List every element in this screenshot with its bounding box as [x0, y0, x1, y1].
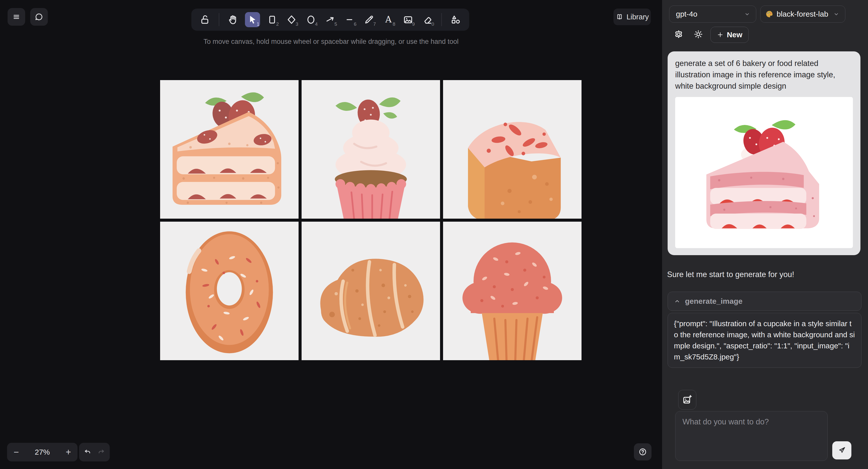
new-chat-label: New [727, 30, 742, 39]
generated-image-croissant[interactable] [302, 222, 440, 360]
plus-icon [717, 31, 724, 38]
tool-shortcut: 0 [432, 21, 434, 27]
chat-toggle-button[interactable] [30, 8, 48, 26]
croissant-illustration [302, 222, 440, 360]
chevron-down-icon [744, 11, 750, 18]
image-model-value: black-forest-lab [777, 10, 828, 19]
generated-image-donut[interactable] [160, 222, 299, 360]
tool-arrow[interactable]: 5 [323, 12, 338, 27]
text-model-value: gpt-4o [676, 10, 697, 19]
generated-image-cake-slice[interactable] [160, 80, 299, 218]
sun-icon [693, 29, 703, 39]
tool-shortcut: 2 [276, 21, 279, 27]
toolbar-divider [441, 13, 442, 26]
user-message-bubble: generate a set of 6 bakery or food relat… [668, 51, 861, 255]
hand-icon [227, 14, 239, 25]
chat-panel: gpt-4o black-forest-lab New [662, 0, 868, 469]
tool-ellipse[interactable]: 4 [303, 12, 318, 27]
composer-input[interactable] [675, 411, 828, 461]
question-icon [638, 447, 648, 457]
generated-image-muffin[interactable] [443, 222, 582, 360]
zoom-in-button[interactable]: + [66, 448, 71, 457]
tool-shortcut: 6 [354, 21, 357, 27]
zoom-controls: − 27% + [7, 443, 78, 462]
tool-hand[interactable] [225, 12, 241, 27]
image-plus-icon [682, 394, 692, 405]
strawberry-cake-reference-illustration [693, 102, 835, 243]
tool-shortcut: 5 [334, 21, 337, 27]
theme-toggle-button[interactable] [691, 27, 705, 41]
undo-button[interactable] [83, 448, 92, 457]
generated-image-cupcake[interactable] [302, 80, 440, 218]
library-label: Library [627, 13, 649, 21]
svg-text:A: A [385, 14, 392, 24]
tool-shapes[interactable] [448, 12, 463, 27]
tool-palette: 1 2 3 4 5 6 7 A 8 [191, 8, 469, 31]
shapes-icon [450, 14, 461, 25]
redo-button[interactable] [97, 448, 106, 457]
tool-image[interactable]: 9 [401, 12, 415, 27]
strawberry-cake-slice-illustration [160, 80, 299, 218]
attach-image-button[interactable] [678, 390, 696, 410]
settings-button[interactable] [672, 27, 686, 41]
image-model-select[interactable]: black-forest-lab [760, 5, 845, 23]
tool-call-arguments: {"prompt": "Illustration of a cupcake in… [668, 313, 862, 368]
generated-image-loaf-cake[interactable] [443, 80, 582, 218]
tool-shortcut: 4 [315, 21, 318, 27]
tool-call-name: generate_image [685, 297, 742, 305]
tool-shortcut: 7 [373, 21, 376, 27]
tool-lock[interactable] [197, 12, 213, 27]
generated-image-grid [160, 80, 582, 360]
zoom-level: 27% [19, 448, 66, 457]
loaf-cake-illustration [443, 80, 582, 218]
tool-select[interactable]: 1 [245, 12, 260, 27]
assistant-message-text: Sure let me start to generate for you! [667, 270, 794, 279]
reference-image[interactable] [675, 97, 853, 248]
tool-rectangle[interactable]: 2 [265, 12, 280, 27]
new-chat-button[interactable]: New [710, 27, 749, 43]
text-model-select[interactable]: gpt-4o [669, 5, 756, 23]
chat-bubble-icon [34, 12, 44, 22]
canvas-area[interactable]: 1 2 3 4 5 6 7 A 8 [0, 0, 662, 469]
library-button[interactable]: Library [614, 8, 651, 25]
toolbar-divider [219, 13, 219, 26]
tool-shortcut: 1 [257, 21, 259, 27]
user-message-text: generate a set of 6 bakery or food relat… [675, 58, 853, 92]
palette-icon [765, 10, 774, 19]
zoom-out-button[interactable]: − [13, 448, 19, 457]
tool-shortcut: 9 [412, 21, 415, 27]
history-controls [79, 443, 110, 462]
tool-text[interactable]: A 8 [381, 12, 396, 27]
strawberry-cupcake-illustration [302, 80, 440, 218]
tool-shortcut: 3 [296, 21, 298, 27]
send-button[interactable] [832, 441, 851, 460]
donut-illustration [160, 222, 299, 360]
tool-shortcut: 8 [393, 21, 396, 27]
gear-icon [674, 29, 684, 39]
main-menu-button[interactable] [7, 8, 25, 26]
tool-line[interactable]: 6 [342, 12, 357, 27]
send-icon [837, 446, 846, 455]
muffin-illustration [443, 222, 582, 360]
hamburger-icon [11, 12, 21, 22]
chevron-down-icon [833, 11, 840, 18]
help-button[interactable] [634, 443, 651, 461]
book-icon [616, 13, 624, 21]
tool-diamond[interactable]: 3 [284, 12, 299, 27]
tool-draw[interactable]: 7 [362, 12, 377, 27]
tool-eraser[interactable]: 0 [420, 12, 435, 27]
canvas-hint: To move canvas, hold mouse wheel or spac… [0, 38, 662, 46]
unlock-icon [199, 14, 211, 25]
chevron-up-icon [674, 298, 680, 304]
tool-call-header[interactable]: generate_image [668, 292, 862, 311]
